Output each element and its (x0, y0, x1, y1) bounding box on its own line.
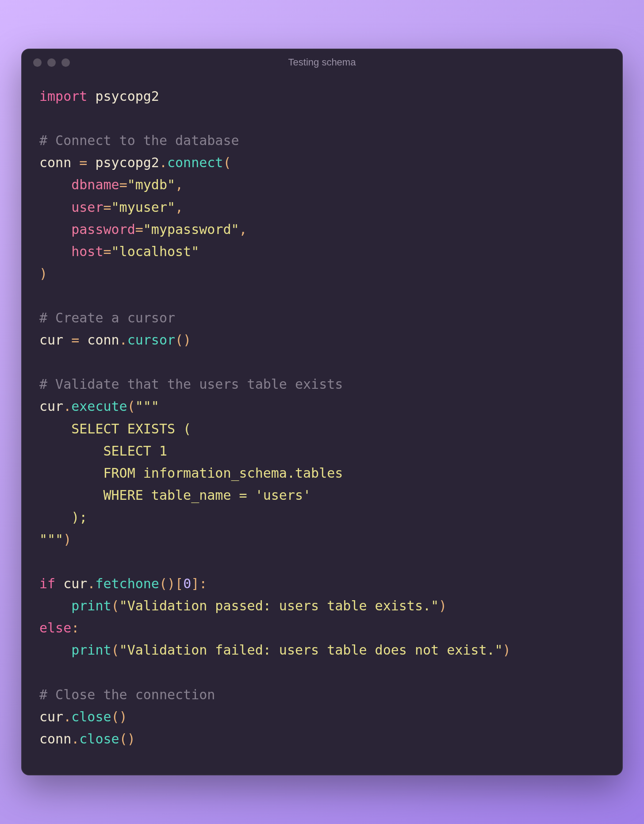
paren-close: ) (63, 532, 71, 547)
sql-line: SELECT EXISTS ( (39, 421, 191, 437)
minimize-icon[interactable] (47, 58, 56, 67)
string: "Validation passed: users table exists." (119, 598, 439, 613)
module-name: psycopg2 (87, 88, 159, 104)
fn-connect: connect (167, 155, 223, 170)
dot: . (63, 709, 71, 724)
kwarg: user (71, 199, 103, 215)
ident: cur (39, 399, 63, 414)
ident: cur (39, 709, 63, 724)
comma: , (239, 222, 247, 237)
comma: , (175, 177, 183, 192)
paren-open: ( (127, 399, 135, 414)
close-icon[interactable] (33, 58, 42, 67)
equals: = (79, 155, 87, 170)
indent (39, 222, 71, 237)
ident: cur (55, 576, 87, 591)
fn-fetchone: fetchone (95, 576, 159, 591)
sql-line: WHERE table_name = 'users' (39, 487, 311, 503)
comment: # Close the connection (39, 687, 215, 702)
parens: () (159, 576, 175, 591)
string: "localhost" (111, 244, 199, 259)
dot: . (63, 399, 71, 414)
ident: psycopg2 (87, 155, 159, 170)
paren-close: ) (39, 266, 47, 281)
dot: . (87, 576, 95, 591)
bracket-open: [ (175, 576, 183, 591)
equals: = (104, 199, 111, 215)
fn-execute: execute (71, 399, 127, 414)
parens: () (175, 332, 191, 348)
sql-line: FROM information_schema.tables (39, 465, 343, 481)
fn-cursor: cursor (127, 332, 175, 348)
colon: : (71, 620, 79, 636)
code-window: Testing schema import psycopg2 # Connect… (21, 49, 623, 775)
paren-close: ) (503, 642, 511, 658)
string: "mydb" (127, 177, 175, 192)
fn-print: print (71, 598, 111, 613)
paren-open: ( (111, 642, 119, 658)
paren-close: ) (439, 598, 447, 613)
fn-print: print (71, 642, 111, 658)
paren-open: ( (111, 598, 119, 613)
kw-else: else (39, 620, 71, 636)
indent (39, 244, 71, 259)
triple-quote: """ (135, 399, 159, 414)
zoom-icon[interactable] (61, 58, 70, 67)
sql-line: ); (39, 510, 87, 525)
dot: . (71, 731, 79, 747)
indent (39, 642, 71, 658)
kw-if: if (39, 576, 55, 591)
indent (39, 177, 71, 192)
colon: : (199, 576, 207, 591)
equals: = (135, 222, 143, 237)
indent (39, 199, 71, 215)
parens: () (119, 731, 135, 747)
indent (39, 598, 71, 613)
sql-line: SELECT 1 (39, 443, 167, 459)
dot: . (159, 155, 167, 170)
kwarg: host (71, 244, 103, 259)
fn-close: close (79, 731, 119, 747)
string: "Validation failed: users table does not… (119, 642, 503, 658)
ident: cur (39, 332, 71, 348)
titlebar: Testing schema (22, 49, 622, 76)
bracket-close: ] (191, 576, 199, 591)
string: "mypassword" (143, 222, 239, 237)
kw-import: import (39, 88, 87, 104)
comment: # Validate that the users table exists (39, 376, 343, 392)
string: "myuser" (111, 199, 176, 215)
paren-open: ( (223, 155, 231, 170)
kwarg: dbname (71, 177, 119, 192)
ident: conn (79, 332, 119, 348)
kwarg: password (71, 222, 135, 237)
equals: = (119, 177, 127, 192)
comment: # Connect to the database (39, 133, 239, 148)
comma: , (175, 199, 183, 215)
ident: conn (39, 155, 79, 170)
number: 0 (183, 576, 191, 591)
code-editor[interactable]: import psycopg2 # Connect to the databas… (22, 76, 622, 775)
window-title: Testing schema (22, 57, 622, 68)
traffic-lights (33, 58, 70, 67)
dot: . (119, 332, 127, 348)
comment: # Create a cursor (39, 310, 175, 326)
equals: = (71, 332, 79, 348)
triple-quote: """ (39, 532, 63, 547)
equals: = (104, 244, 111, 259)
ident: conn (39, 731, 71, 747)
parens: () (111, 709, 127, 724)
fn-close: close (71, 709, 111, 724)
